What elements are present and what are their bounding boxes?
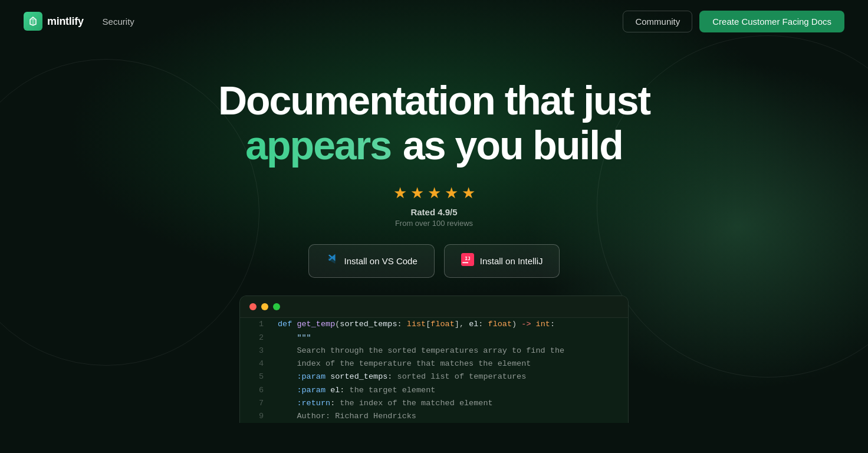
- community-button[interactable]: Community: [623, 11, 692, 32]
- create-docs-button[interactable]: Create Customer Facing Docs: [699, 11, 844, 32]
- code-line-6: 6 :param el: the target element: [240, 384, 628, 397]
- hero-title-line2: appears as you build: [245, 123, 623, 168]
- star-2: ★: [410, 184, 424, 202]
- navbar-right: Community Create Customer Facing Docs: [623, 11, 844, 32]
- svg-text:IJ: IJ: [465, 256, 471, 261]
- rating-reviews: From over 100 reviews: [395, 219, 473, 228]
- vscode-btn-label: Install on VS Code: [344, 256, 417, 266]
- hero-subtitle-text: as you build: [403, 123, 623, 168]
- hero-appears-text: appears: [245, 123, 391, 168]
- navbar-left: mintlify Security: [24, 12, 134, 31]
- logo-icon: [24, 12, 42, 31]
- hero-section: Documentation that just appears as you b…: [0, 42, 868, 278]
- cta-buttons: Install on VS Code IJ Install on Intelli…: [308, 244, 560, 278]
- security-nav-link[interactable]: Security: [103, 17, 134, 27]
- code-line-7: 7 :return: the index of the matched elem…: [240, 397, 628, 410]
- rating-value: Rated 4.9/5: [410, 207, 457, 217]
- window-titlebar: [240, 296, 628, 318]
- code-window: 1 def get_temp(sorted_temps: list[float]…: [239, 296, 629, 423]
- star-4: ★: [445, 184, 458, 202]
- code-line-4: 4 index of the temperature that matches …: [240, 357, 628, 370]
- stars-row: ★ ★ ★ ★ ★: [393, 184, 475, 202]
- window-dot-minimize: [261, 303, 268, 310]
- svg-rect-1: [462, 262, 468, 264]
- star-3: ★: [428, 184, 441, 202]
- install-intellij-button[interactable]: IJ Install on IntelliJ: [444, 244, 560, 278]
- code-line-5: 5 :param sorted_temps: sorted list of te…: [240, 370, 628, 383]
- hero-title-line1: Documentation that just: [218, 78, 650, 123]
- intellij-btn-label: Install on IntelliJ: [480, 256, 543, 266]
- code-body: 1 def get_temp(sorted_temps: list[float]…: [240, 318, 628, 423]
- star-5: ★: [462, 184, 475, 202]
- install-vscode-button[interactable]: Install on VS Code: [308, 244, 435, 278]
- navbar: mintlify Security Community Create Custo…: [0, 0, 868, 42]
- window-dot-maximize: [273, 303, 280, 310]
- intellij-icon: IJ: [461, 253, 474, 269]
- star-1: ★: [393, 184, 407, 202]
- logo[interactable]: mintlify: [24, 12, 84, 31]
- code-line-1: 1 def get_temp(sorted_temps: list[float]…: [240, 318, 628, 331]
- code-line-9: 9 Author: Richard Hendricks: [240, 410, 628, 423]
- logo-text: mintlify: [47, 15, 84, 28]
- code-line-2: 2 """: [240, 331, 628, 344]
- vscode-icon: [326, 253, 338, 269]
- window-dot-close: [249, 303, 257, 310]
- code-line-3: 3 Search through the sorted temperatures…: [240, 344, 628, 357]
